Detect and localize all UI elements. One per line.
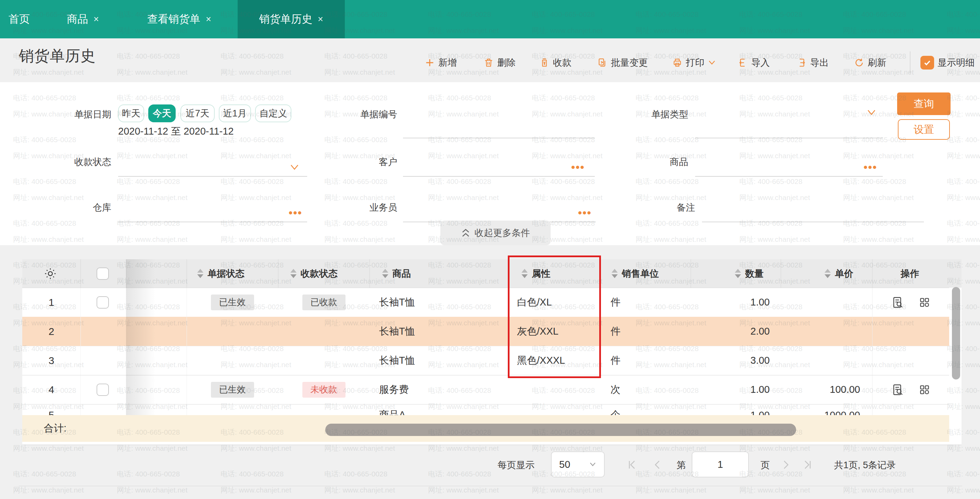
date-preset-yesterday[interactable]: 昨天 <box>118 104 144 122</box>
column-header-doc-status[interactable]: 单据状态 <box>197 259 245 288</box>
column-header-product[interactable]: 商品 <box>382 259 411 288</box>
unit-cell: 次 <box>611 375 686 404</box>
tab-view-sales-order[interactable]: 查看销货单 × <box>147 0 211 38</box>
date-preset-custom[interactable]: 自定义 <box>255 104 291 122</box>
plus-icon <box>425 57 435 68</box>
view-detail-icon[interactable] <box>891 296 904 309</box>
row-checkbox[interactable] <box>81 375 125 404</box>
column-settings-gear-icon[interactable] <box>44 259 57 288</box>
doc-date-label: 单据日期 <box>33 108 111 121</box>
header-divider <box>278 259 278 288</box>
tab-sales-order-history[interactable]: 销货单历史 × <box>238 0 345 38</box>
sort-icon[interactable] <box>522 269 528 278</box>
pay-status-chevron-down-icon[interactable] <box>290 164 300 171</box>
doc-type-input[interactable] <box>695 138 883 139</box>
batch-change-button[interactable]: 批量变更 <box>597 52 648 73</box>
header-divider <box>872 259 872 288</box>
select-all-checkbox[interactable] <box>97 259 109 288</box>
prev-page-icon[interactable] <box>652 459 663 470</box>
grid-actions-icon[interactable] <box>919 297 930 308</box>
page-suffix-label: 页 <box>760 458 770 472</box>
customer-picker-dots-icon[interactable]: ••• <box>571 164 585 171</box>
first-page-icon[interactable] <box>627 459 637 470</box>
date-range-value[interactable]: 2020-11-12 至 2020-11-12 <box>118 125 234 139</box>
warehouse-picker-dots-icon[interactable]: ••• <box>289 209 302 216</box>
checkbox-checked-icon[interactable] <box>920 56 934 70</box>
product-picker-dots-icon[interactable]: ••• <box>864 164 877 171</box>
unit-cell: 件 <box>611 346 686 375</box>
unit-cell: 件 <box>611 317 686 346</box>
double-chevron-up-icon <box>461 228 471 238</box>
page-number-input[interactable]: 1 <box>692 451 749 477</box>
sort-icon[interactable] <box>382 269 388 278</box>
next-page-icon[interactable] <box>781 459 791 470</box>
settings-button[interactable]: 设置 <box>898 119 950 140</box>
remark-input[interactable] <box>702 222 924 222</box>
print-dropdown-chevron-icon[interactable] <box>708 60 716 66</box>
last-page-icon[interactable] <box>803 459 813 470</box>
export-button[interactable]: 导出 <box>797 52 829 73</box>
delete-button[interactable]: 删除 <box>484 52 516 73</box>
row-seq: 3 <box>22 346 81 375</box>
column-label: 单据状态 <box>207 268 245 280</box>
status-badge-unpaid: 未收款 <box>302 382 345 398</box>
qty-cell: 1.00 <box>690 375 770 404</box>
batch-change-label: 批量变更 <box>611 56 648 69</box>
collapse-filters-button[interactable]: 收起更多条件 <box>440 220 550 245</box>
sort-icon[interactable] <box>197 269 204 278</box>
tab-home[interactable]: 首页 <box>9 0 30 38</box>
query-button[interactable]: 查询 <box>897 92 951 115</box>
print-button[interactable]: 打印 <box>672 52 716 73</box>
header-divider <box>126 259 126 288</box>
price-cell: 100.00 <box>781 375 860 404</box>
salesman-picker-dots-icon[interactable]: ••• <box>578 209 592 216</box>
horizontal-scrollbar[interactable] <box>325 424 796 436</box>
qty-cell: 3.00 <box>690 346 770 375</box>
sort-icon[interactable] <box>735 269 741 278</box>
customer-label: 客户 <box>318 156 397 168</box>
column-header-qty[interactable]: 数量 <box>735 259 764 288</box>
column-label: 单价 <box>835 268 853 280</box>
warehouse-input[interactable] <box>118 222 307 222</box>
product-filter-input[interactable] <box>695 176 883 177</box>
row-seq: 4 <box>22 375 81 404</box>
date-preset-7days[interactable]: 近7天 <box>180 104 215 122</box>
per-page-select[interactable]: 50 <box>551 451 605 477</box>
doc-no-input[interactable] <box>403 138 595 139</box>
date-preset-1month[interactable]: 近1月 <box>219 104 251 122</box>
tab-view-sales-order-close-icon[interactable]: × <box>206 14 211 25</box>
column-header-unit[interactable]: 销售单位 <box>612 259 659 288</box>
grid-actions-icon[interactable] <box>919 384 930 395</box>
sort-icon[interactable] <box>612 269 618 278</box>
column-header-pay-status[interactable]: 收款状态 <box>290 259 337 288</box>
date-preset-today[interactable]: 今天 <box>148 104 176 122</box>
add-button-label: 新增 <box>438 56 457 69</box>
customer-input[interactable] <box>403 176 595 177</box>
column-label: 收款状态 <box>301 268 337 280</box>
column-header-price[interactable]: 单价 <box>824 259 853 288</box>
tab-products-close-icon[interactable]: × <box>94 14 99 25</box>
sort-icon[interactable] <box>824 269 831 278</box>
sort-icon[interactable] <box>290 269 296 278</box>
product-cell: 长袖T恤 <box>379 288 506 317</box>
refresh-button[interactable]: 刷新 <box>854 52 886 73</box>
add-button[interactable]: 新增 <box>425 52 457 73</box>
show-detail-label: 显示明细 <box>937 56 975 69</box>
header-divider <box>781 259 781 288</box>
import-button[interactable]: 导入 <box>738 52 770 73</box>
toolbar-divider <box>910 51 910 74</box>
doc-type-chevron-down-icon[interactable] <box>866 109 877 116</box>
tab-products[interactable]: 商品 × <box>67 0 99 38</box>
tab-sales-order-history-close-icon[interactable]: × <box>318 14 323 25</box>
show-detail-toggle[interactable]: 显示明细 <box>920 52 975 73</box>
collect-payment-button[interactable]: 收款 <box>539 52 571 73</box>
vertical-scrollbar[interactable] <box>952 287 960 379</box>
total-label: 合计: <box>44 415 67 442</box>
column-header-attr[interactable]: 属性 <box>522 259 550 288</box>
page-title: 销货单历史 <box>19 46 96 66</box>
header-divider <box>369 259 370 288</box>
view-detail-icon[interactable] <box>891 383 904 396</box>
row-checkbox[interactable] <box>81 288 125 317</box>
import-button-label: 导入 <box>751 56 770 69</box>
pay-status-input[interactable] <box>118 176 307 177</box>
